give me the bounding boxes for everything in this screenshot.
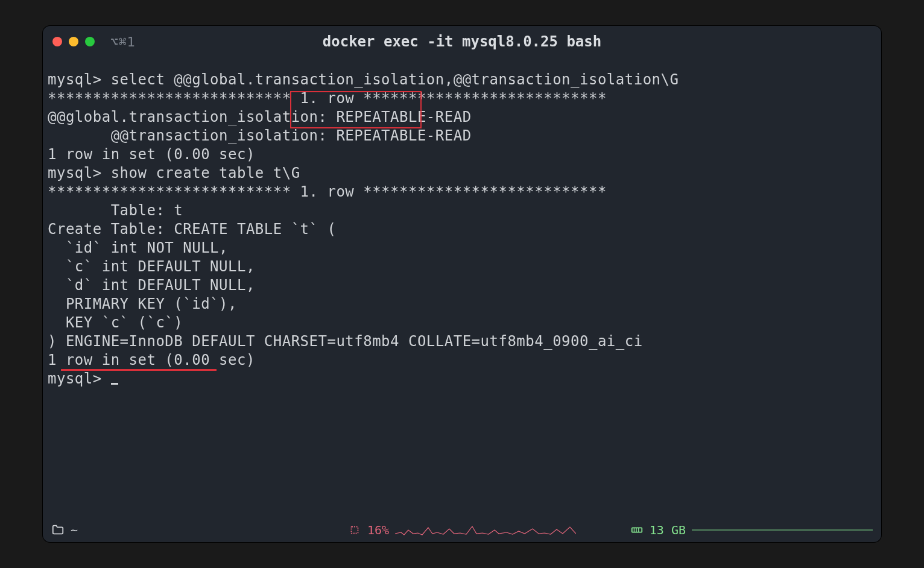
- ram-sparkline: [692, 523, 873, 537]
- terminal-line: `id` int NOT NULL,: [48, 239, 876, 257]
- svg-rect-1: [632, 528, 642, 532]
- terminal-line: *************************** 1. row *****…: [48, 89, 876, 108]
- terminal-line: `c` int DEFAULT NULL,: [48, 257, 876, 276]
- terminal-line: 1 row in set (0.00 sec): [48, 351, 876, 370]
- minimize-icon[interactable]: [69, 37, 78, 46]
- status-cwd: ~: [51, 523, 78, 537]
- terminal-line: *************************** 1. row *****…: [48, 183, 876, 201]
- titlebar: ⌥⌘1 docker exec -it mysql8.0.25 bash: [43, 26, 881, 57]
- terminal-line: @@global.transaction_isolation: REPEATAB…: [48, 108, 876, 127]
- window-title: docker exec -it mysql8.0.25 bash: [43, 33, 881, 50]
- cpu-sparkline: [395, 523, 576, 537]
- cpu-percent-label: 16%: [367, 523, 389, 537]
- cwd-label: ~: [71, 523, 78, 537]
- close-icon[interactable]: [52, 37, 62, 46]
- window-controls: [52, 37, 95, 46]
- folder-icon: [51, 523, 65, 537]
- svg-rect-0: [351, 527, 358, 534]
- terminal-line: PRIMARY KEY (`id`),: [48, 295, 876, 314]
- terminal-line: mysql>: [48, 370, 876, 388]
- terminal-line: mysql> select @@global.transaction_isola…: [48, 71, 876, 89]
- terminal-line: mysql> show create table t\G: [48, 164, 876, 183]
- terminal-body[interactable]: mysql> select @@global.transaction_isola…: [43, 57, 881, 518]
- terminal-line: KEY `c` (`c`): [48, 314, 876, 332]
- terminal-window: ⌥⌘1 docker exec -it mysql8.0.25 bash mys…: [43, 26, 881, 542]
- terminal-line: Table: t: [48, 201, 876, 220]
- cursor: [111, 383, 118, 385]
- ram-label: 13 GB: [650, 523, 686, 537]
- status-ram: 13 GB: [630, 523, 873, 537]
- terminal-line: `d` int DEFAULT NULL,: [48, 276, 876, 295]
- terminal-line: 1 row in set (0.00 sec): [48, 145, 876, 164]
- terminal-line: Create Table: CREATE TABLE `t` (: [48, 220, 876, 239]
- maximize-icon[interactable]: [85, 37, 95, 46]
- statusbar: ~ 16% 13 GB: [43, 518, 881, 542]
- terminal-line: ) ENGINE=InnoDB DEFAULT CHARSET=utf8mb4 …: [48, 332, 876, 351]
- ram-icon: [630, 523, 644, 537]
- tab-indicator: ⌥⌘1: [110, 34, 135, 49]
- status-cpu: 16%: [348, 523, 576, 537]
- cpu-icon: [348, 523, 361, 537]
- terminal-line: @@transaction_isolation: REPEATABLE-READ: [48, 127, 876, 145]
